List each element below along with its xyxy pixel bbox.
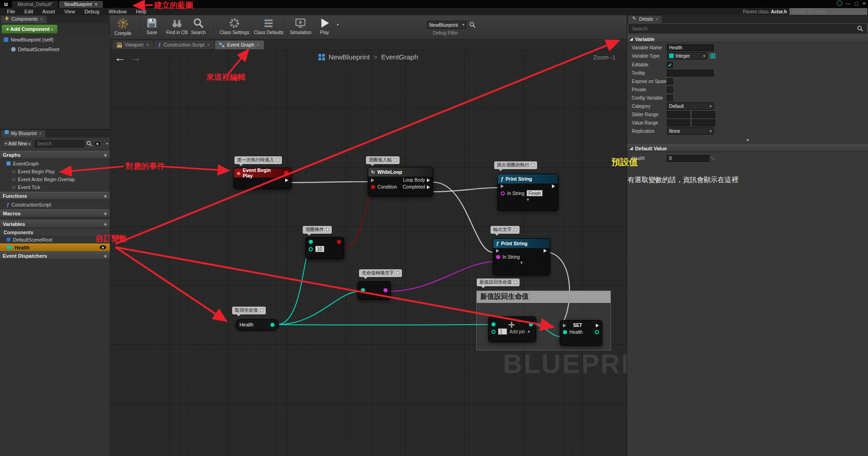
node-get-health[interactable]: Health: [235, 319, 279, 330]
close-icon[interactable]: ×: [257, 41, 260, 49]
add-macro-icon[interactable]: +: [103, 210, 107, 217]
category-dropdown[interactable]: Default▾: [667, 102, 714, 110]
add-component-button[interactable]: + Add Component ▾: [1, 24, 58, 34]
comment-bubble[interactable]: 迴圈條件: [303, 226, 332, 234]
expand-node-chevron[interactable]: ▼: [493, 261, 550, 265]
add-graph-icon[interactable]: +: [103, 152, 107, 159]
menu-debug[interactable]: Debug: [80, 8, 103, 15]
slider-range-max-input[interactable]: [692, 111, 715, 118]
close-icon[interactable]: ×: [40, 16, 43, 23]
node-event-begin-play[interactable]: ◈ Event Begin Play: [233, 168, 292, 189]
reset-to-default-icon[interactable]: ⤡: [711, 156, 714, 161]
comment-bubble[interactable]: 新值設回生命值: [477, 278, 520, 286]
tree-item-event-begin-play[interactable]: ◇Event Begin Play: [0, 167, 110, 175]
variable-name-input[interactable]: [667, 44, 714, 51]
editable-checkbox[interactable]: ✓: [667, 62, 673, 68]
node-header[interactable]: ƒ Print String: [493, 239, 550, 248]
event-dispatchers-section-header[interactable]: Event Dispatchers+: [0, 252, 110, 260]
add-function-icon[interactable]: +: [103, 193, 107, 200]
maximize-button[interactable]: ▢: [854, 1, 858, 6]
node-header[interactable]: ↻ WhileLoop: [368, 167, 433, 177]
simulation-button[interactable]: Simulation: [290, 17, 311, 35]
comment-bubble[interactable]: 迴圈進入點: [366, 156, 400, 164]
int-literal-input[interactable]: 10: [315, 246, 324, 252]
compile-button[interactable]: ? Compile: [114, 17, 132, 36]
menu-view[interactable]: View: [60, 8, 79, 15]
tab-viewport[interactable]: Viewport×: [113, 41, 153, 49]
window-tab-newblueprint[interactable]: NewBlueprint×: [59, 1, 103, 8]
breadcrumb-root[interactable]: NewBlueprint: [329, 53, 370, 61]
add-pin-plus-icon[interactable]: +: [527, 329, 530, 334]
tree-item-eventgraph[interactable]: EventGraph: [0, 160, 110, 167]
tab-details[interactable]: Details×: [628, 16, 662, 23]
save-button[interactable]: Save: [146, 17, 158, 35]
breadcrumb-current[interactable]: EventGraph: [381, 53, 418, 61]
comment-bubble[interactable]: 輸出文字: [491, 226, 520, 234]
node-int-to-string[interactable]: [358, 281, 391, 300]
int-in-pin[interactable]: [361, 288, 365, 292]
config-checkbox[interactable]: [667, 95, 673, 101]
macros-section-header[interactable]: Macros+: [0, 209, 110, 218]
add-new-button[interactable]: + Add New ▾: [2, 140, 33, 148]
int-out-pin[interactable]: [595, 330, 599, 334]
int-in-pin[interactable]: [563, 330, 567, 334]
exec-in-pin[interactable]: [563, 324, 566, 327]
eye-icon[interactable]: [100, 245, 106, 249]
find-in-cb-button[interactable]: Find in CB: [166, 17, 188, 35]
add-dispatcher-icon[interactable]: +: [103, 253, 107, 260]
menu-edit[interactable]: Edit: [20, 8, 37, 15]
close-window-button[interactable]: ✕: [862, 1, 866, 6]
tooltip-input[interactable]: [667, 70, 714, 77]
exec-in-pin[interactable]: [501, 184, 504, 188]
int-out-pin[interactable]: [270, 323, 275, 327]
node-print-string-output[interactable]: ƒ Print String In String ▼: [493, 238, 550, 275]
exec-out-pin[interactable]: [596, 324, 599, 327]
exec-out-pin[interactable]: [285, 178, 288, 182]
menu-window[interactable]: Window: [104, 8, 131, 15]
private-checkbox[interactable]: [667, 87, 673, 93]
value-range-min-input[interactable]: [667, 119, 690, 126]
exec-in-pin[interactable]: [496, 249, 499, 253]
comment-bubble[interactable]: 取得生命值: [232, 307, 266, 314]
tree-item-health-variable[interactable]: Health: [0, 243, 110, 251]
exec-out-pin[interactable]: [544, 249, 547, 253]
tab-components[interactable]: Components×: [1, 16, 47, 23]
loop-body-pin[interactable]: [427, 178, 430, 182]
in-string-pin[interactable]: [501, 191, 505, 195]
node-header[interactable]: ƒ Print String: [498, 174, 558, 184]
default-health-input[interactable]: [667, 155, 709, 162]
completed-pin[interactable]: [427, 185, 430, 189]
tree-item-event-actor-begin-overlap[interactable]: ◇Event Actor Begin Overlap: [0, 175, 110, 183]
advanced-expander-icon[interactable]: ▾: [747, 137, 749, 142]
tab-construction-script[interactable]: ƒ Construction Script×: [154, 41, 214, 49]
play-options-caret[interactable]: ▾: [337, 23, 339, 27]
minimize-button[interactable]: —: [846, 1, 850, 6]
window-tab-minimal-default[interactable]: Minimal_Default*: [12, 1, 58, 8]
int-in-pin[interactable]: [491, 330, 496, 334]
variables-section-header[interactable]: Variables+: [0, 220, 110, 228]
default-value-section-header[interactable]: ◢Default Value: [627, 144, 868, 152]
container-type-icon[interactable]: [710, 53, 715, 59]
visibility-filter-icon[interactable]: [94, 142, 101, 146]
add-variable-icon[interactable]: +: [103, 221, 107, 228]
comment-box-title[interactable]: 新值設回生命值: [477, 291, 611, 303]
string-literal-input[interactable]: Finish: [527, 190, 543, 196]
node-set-health[interactable]: SET Health: [560, 320, 602, 346]
exec-out-pin[interactable]: [552, 184, 555, 188]
expose-checkbox[interactable]: [667, 78, 673, 84]
close-icon[interactable]: ×: [39, 130, 42, 137]
node-add[interactable]: + 1 Add pin +: [488, 316, 536, 342]
debug-blueprint-dropdown[interactable]: NewBlueprint▾: [427, 21, 467, 29]
node-while-loop[interactable]: ↻ WhileLoop Loop Body Condition Complete…: [368, 167, 433, 196]
node-loop-condition[interactable]: 10: [305, 237, 344, 259]
graphs-section-header[interactable]: Graphs+: [0, 151, 110, 159]
event-graph-canvas[interactable]: ← → NewBlueprint > EventGraph Zoom -1 第一…: [110, 49, 627, 456]
tree-item-default-scene-root[interactable]: DefaultSceneRoot: [0, 236, 110, 243]
details-search-input[interactable]: [629, 24, 866, 33]
tree-item-construction-script[interactable]: ƒConstructionScript: [0, 201, 110, 208]
tree-item-event-tick[interactable]: ◇Event Tick: [0, 183, 110, 191]
value-range-max-input[interactable]: [692, 119, 715, 126]
variable-type-dropdown[interactable]: Integer▾: [667, 52, 707, 59]
expand-node-chevron[interactable]: ▼: [498, 197, 558, 202]
comment-bubble[interactable]: 跳出迴圈的執行: [494, 161, 537, 169]
